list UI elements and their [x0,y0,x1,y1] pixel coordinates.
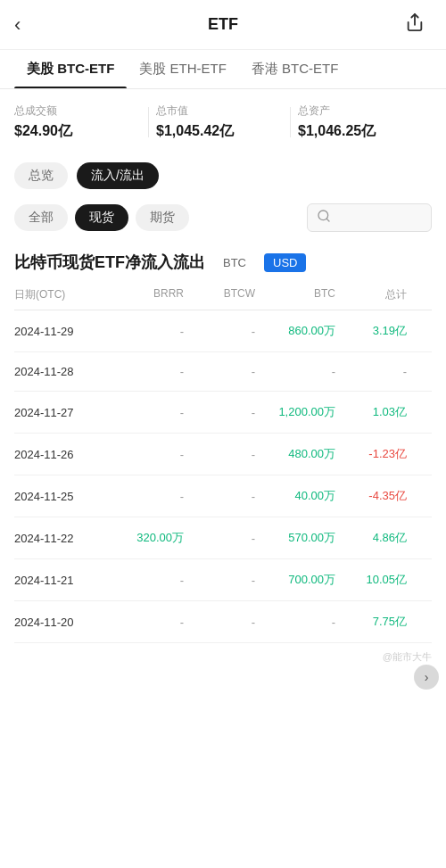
cell-brrr-3: - [112,448,184,461]
cell-total-4: -4.35亿 [335,488,407,504]
search-icon [317,209,331,227]
cell-date-6: 2024-11-21 [14,574,112,587]
cell-btc-6: 700.00万 [255,572,335,588]
col-header-total: 总计 [335,287,407,302]
stat-market-cap-value: $1,045.42亿 [156,122,283,141]
cell-btc-4: 40.00万 [255,488,335,504]
cell-date-1: 2024-11-28 [14,365,112,378]
col-header-date: 日期(OTC) [14,287,112,302]
cell-btcw-5: - [184,532,255,545]
cell-date-5: 2024-11-22 [14,532,112,545]
filter-flow-button[interactable]: 流入/流出 [77,162,159,189]
stat-total-assets: 总资产 $1,046.25亿 [291,103,432,141]
cell-date-4: 2024-11-25 [14,490,112,503]
cell-btc-2: 1,200.00万 [255,404,335,420]
cell-date-0: 2024-11-29 [14,325,112,338]
cell-date-2: 2024-11-27 [14,406,112,419]
type-all-button[interactable]: 全部 [14,204,68,231]
cell-date-7: 2024-11-20 [14,616,112,629]
cell-btc-3: 480.00万 [255,446,335,462]
cell-brrr-6: - [112,574,184,587]
tab-eth-etf[interactable]: 美股 ETH-ETF [127,50,239,88]
table-row: 2024-11-28 - - - - [14,352,432,392]
svg-line-2 [326,219,329,221]
col-header-brrr: BRRR [112,287,184,302]
stat-total-volume: 总成交额 $24.90亿 [14,103,148,141]
cell-total-1: - [335,365,407,378]
cell-btcw-4: - [184,490,255,503]
search-box[interactable] [307,203,432,232]
table-row: 2024-11-22 320.00万 - 570.00万 4.86亿 [14,517,432,559]
cell-btc-7: - [255,616,335,629]
page-title: ETF [41,15,405,34]
cell-date-3: 2024-11-26 [14,448,112,461]
col-header-btc: BTC [255,287,335,302]
watermark: @能市大牛 [0,643,446,671]
cell-btcw-1: - [184,365,255,378]
type-row: 全部 现货 期货 [0,196,446,239]
filter-row: 总览 流入/流出 [0,155,446,196]
type-futures-button[interactable]: 期货 [136,204,189,231]
table-row: 2024-11-20 - - - 7.75亿 [14,601,432,643]
stat-total-volume-label: 总成交额 [14,103,141,119]
table-row: 2024-11-27 - - 1,200.00万 1.03亿 [14,392,432,434]
cell-total-6: 10.05亿 [335,572,407,588]
cell-btcw-7: - [184,616,255,629]
cell-brrr-7: - [112,616,184,629]
table-header: 日期(OTC) BRRR BTCW BTC 总计 [14,280,432,310]
cell-brrr-0: - [112,325,184,338]
cell-brrr-4: - [112,490,184,503]
cell-total-2: 1.03亿 [335,404,407,420]
stats-row: 总成交额 $24.90亿 总市值 $1,045.42亿 总资产 $1,046.2… [0,89,446,155]
table-row: 2024-11-25 - - 40.00万 -4.35亿 [14,475,432,517]
tab-hk-btc-etf[interactable]: 香港 BTC-ETF [239,50,351,88]
cell-btc-1: - [255,365,335,378]
cell-total-0: 3.19亿 [335,323,407,339]
cell-btc-0: 860.00万 [255,323,335,339]
cell-total-5: 4.86亿 [335,530,407,546]
section-title-text: 比特币现货ETF净流入流出 [14,252,205,273]
col-header-btcw: BTCW [184,287,255,302]
cell-btc-5: 570.00万 [255,530,335,546]
stat-total-volume-value: $24.90亿 [14,122,141,141]
stat-total-assets-label: 总资产 [298,103,425,119]
currency-usd-button[interactable]: USD [264,253,306,272]
table-row: 2024-11-26 - - 480.00万 -1.23亿 [14,434,432,475]
table-row: 2024-11-29 - - 860.00万 3.19亿 [14,310,432,352]
cell-total-3: -1.23亿 [335,446,407,462]
stat-total-assets-value: $1,046.25亿 [298,122,425,141]
cell-btcw-0: - [184,325,255,338]
type-spot-button[interactable]: 现货 [75,204,128,231]
tab-bar: 美股 BTC-ETF 美股 ETH-ETF 香港 BTC-ETF [0,50,446,89]
currency-btc-button[interactable]: BTC [214,253,255,272]
section-title: 比特币现货ETF净流入流出 BTC USD [0,239,446,280]
tab-btc-etf[interactable]: 美股 BTC-ETF [14,50,127,88]
cell-btcw-3: - [184,448,255,461]
filter-overview-button[interactable]: 总览 [14,162,68,189]
data-table: 日期(OTC) BRRR BTCW BTC 总计 2024-11-29 - - … [0,280,446,643]
back-button[interactable]: ‹ [14,13,41,37]
cell-btcw-2: - [184,406,255,419]
cell-total-7: 7.75亿 [335,614,407,630]
scroll-arrow[interactable]: › [414,665,439,690]
stat-market-cap-label: 总市值 [156,103,283,119]
share-button[interactable] [405,12,432,37]
stat-market-cap: 总市值 $1,045.42亿 [149,103,290,141]
header: ‹ ETF [0,0,446,50]
table-row: 2024-11-21 - - 700.00万 10.05亿 [14,559,432,601]
cell-btcw-6: - [184,574,255,587]
cell-brrr-5: 320.00万 [112,530,184,546]
cell-brrr-1: - [112,365,184,378]
cell-brrr-2: - [112,406,184,419]
